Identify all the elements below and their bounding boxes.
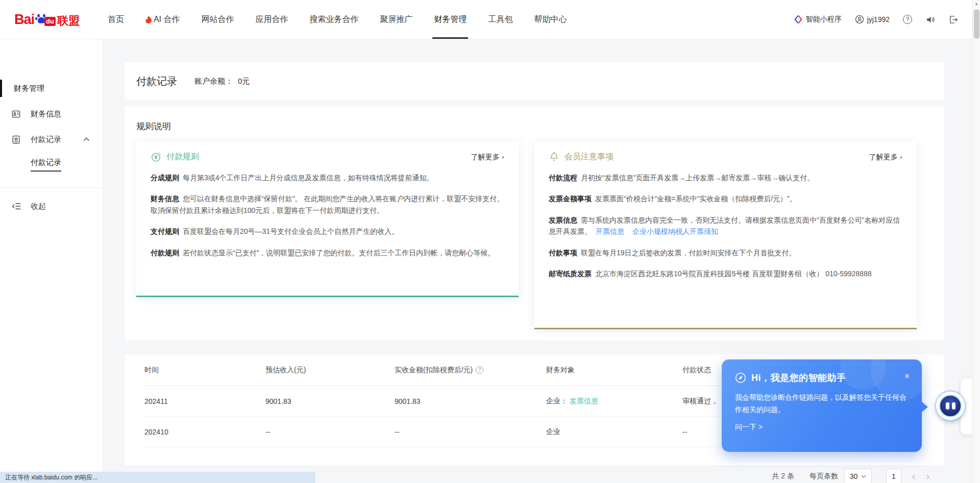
page-number[interactable]: 1 — [886, 469, 901, 483]
chevron-right-icon: › — [900, 153, 902, 161]
column-header-finance-target: 财务对象 — [546, 366, 682, 375]
pagination: 共 2 条 每页条数 30 1 ‹ › — [772, 469, 930, 483]
sidebar-subitem-label: 付款记录 — [31, 158, 61, 172]
nav-item-label: AI 合作 — [154, 14, 180, 25]
rule-item-label: 付款流程 — [549, 174, 577, 182]
rule-item: 付款事项联盟在每月19日之后签收的发票，付款时间安排在下个月首批支付。 — [549, 247, 902, 258]
rules-section-card: 规则说明 付款规则 了解更多 › — [125, 106, 944, 341]
sidebar: 财务管理 财务信息 付款记录 付款记录 — [0, 39, 102, 483]
assistant-title: Hi，我是您的智能助手 — [751, 372, 846, 384]
chevron-up-icon — [83, 137, 90, 141]
sidebar-item-label: 付款记录 — [31, 135, 61, 144]
chevron-right-icon: › — [502, 153, 504, 161]
rule-item: 付款流程月初按“发票信息”页面开具发票→上传发票→邮寄发票→审核→确认支付。 — [549, 172, 902, 183]
browser-status-bar: 正在等待 xlab.baidu.com 的响应... — [0, 472, 315, 483]
balance-label: 账户余额： — [194, 77, 233, 86]
rule-item: 发票金额事项发票票面“价税合计”金额=系统中“实收金额（扣除税费后/元）”。 — [549, 193, 902, 204]
rule-item-label: 分成规则 — [151, 174, 179, 182]
rule-item: 发票信息需与系统内发票信息内容完全一致，否则无法支付。请根据发票信息页面中“百度… — [549, 214, 902, 237]
finance-info-icon — [11, 109, 21, 119]
rule-item-label: 邮寄纸质发票 — [549, 270, 592, 278]
payment-rules-card: 付款规则 了解更多 › 分成规则每月第3或4个工作日产出上月分成信息及发票信息，… — [136, 141, 519, 297]
sidebar-section-finance-management[interactable]: 财务管理 — [0, 78, 102, 99]
nav-item[interactable]: 帮助中心 — [523, 0, 577, 39]
member-notes-title: 会员注意事项 — [565, 152, 614, 162]
sidebar-subitem-payment-records[interactable]: 付款记录 — [0, 155, 102, 174]
nav-item-label: 财务管理 — [434, 14, 467, 25]
vertical-scrollbar[interactable]: ▲ — [972, 0, 980, 483]
column-header-actual-amount: 实收金额(扣除税费后/元) ? — [395, 366, 546, 375]
user-avatar-icon — [855, 15, 864, 24]
rule-item: 邮寄纸质发票北京市海淀区西北旺东路10号院百度科技园5号楼 百度联盟财务组（收）… — [549, 268, 902, 279]
nav-item[interactable]: 聚屏推广 — [369, 0, 423, 39]
scrollbar-thumb[interactable] — [974, 9, 979, 39]
column-header-estimated-income: 预估收入(元) — [265, 366, 395, 375]
invoice-info-link[interactable]: 发票信息 — [570, 397, 598, 405]
robot-face-icon — [939, 395, 962, 417]
payment-rules-title: 付款规则 — [166, 152, 199, 162]
nav-item[interactable]: AI 合作 — [135, 0, 191, 39]
mini-program-link[interactable]: 智能小程序 — [794, 15, 842, 24]
column-header-time: 时间 — [144, 366, 265, 375]
assistant-robot-button[interactable] — [936, 392, 965, 420]
mini-program-icon — [794, 15, 803, 24]
sidebar-item-finance-info[interactable]: 财务信息 — [0, 104, 102, 124]
cell-time: 202410 — [144, 428, 265, 436]
page-size-select[interactable]: 30 — [844, 469, 872, 483]
sidebar-section-label: 财务管理 — [14, 84, 44, 93]
learn-more-link[interactable]: 了解更多 › — [869, 153, 902, 162]
logout-icon[interactable] — [948, 15, 958, 25]
learn-more-link[interactable]: 了解更多 › — [471, 153, 504, 162]
next-page-button[interactable]: › — [926, 471, 930, 481]
invoice-info-link[interactable]: 开票信息 — [596, 227, 624, 235]
rule-item: 财务信息您可以在财务信息中选择“保留付款”。 在此期间您产生的收入将在账户内进行… — [151, 193, 504, 216]
assistant-message: 我会帮助您诊断合作链路问题，以及解答您关于任何合作相关的问题。 — [735, 392, 909, 416]
sidebar-collapse-button[interactable]: 收起 — [0, 196, 102, 216]
invoice-info-link[interactable]: 企业小规模纳税人开票须知 — [632, 227, 718, 235]
collapse-label: 收起 — [31, 202, 46, 211]
prev-page-button[interactable]: ‹ — [912, 471, 916, 481]
cell-finance-target: 企业 — [546, 427, 682, 437]
payment-records-icon — [11, 135, 21, 144]
topbar-right: 智能小程序 jyj1992 ? — [794, 15, 958, 25]
rule-item-label: 发票信息 — [549, 216, 577, 224]
sound-icon[interactable] — [925, 15, 935, 25]
cell-finance-target: 企业：发票信息 — [546, 397, 682, 406]
nav-item[interactable]: 应用合作 — [244, 0, 299, 39]
nav-item-label: 网站合作 — [201, 14, 234, 25]
nav-item[interactable]: 首页 — [97, 0, 135, 39]
coin-yuan-icon — [151, 152, 161, 162]
help-icon[interactable]: ? — [903, 15, 912, 24]
sidebar-item-payment-records[interactable]: 付款记录 — [0, 129, 102, 150]
baidu-union-logo[interactable]: Bai du 联盟 — [14, 12, 80, 27]
nav-item[interactable]: 网站合作 — [190, 0, 244, 39]
nav-item[interactable]: 工具包 — [477, 0, 523, 39]
nav-item-label: 工具包 — [488, 14, 512, 25]
total-count: 共 2 条 — [772, 472, 794, 481]
payment-rules-body: 分成规则每月第3或4个工作日产出上月分成信息及发票信息，如有特殊情况将提前通知。… — [151, 172, 504, 258]
main-nav: 首页 AI 合作 网站合作 应用合作 搜索业务合作 聚屏推广 — [97, 0, 578, 39]
nav-item[interactable]: 财务管理 — [423, 0, 477, 39]
user-menu[interactable]: jyj1992 — [855, 15, 890, 24]
logo-text-du: du — [44, 17, 56, 26]
scroll-up-arrow[interactable]: ▲ — [973, 0, 980, 8]
column-help-icon[interactable]: ? — [476, 366, 483, 374]
page-title: 付款记录 — [136, 75, 177, 88]
rule-item-label: 财务信息 — [151, 195, 179, 203]
nav-item[interactable]: 搜索业务合作 — [299, 0, 369, 39]
chevron-down-icon — [861, 475, 866, 478]
nav-item-label: 首页 — [108, 14, 124, 25]
nav-item-label: 帮助中心 — [534, 14, 567, 25]
close-icon[interactable]: × — [904, 372, 910, 380]
page-size-value: 30 — [850, 472, 858, 480]
rule-item-label: 支付规则 — [151, 227, 179, 235]
top-navigation-bar: Bai du 联盟 首页 AI 合作 网站合作 — [0, 0, 972, 39]
bell-icon — [549, 152, 559, 162]
sidebar-item-label: 财务信息 — [31, 109, 61, 119]
cell-time: 202411 — [144, 397, 265, 405]
nav-item-label: 搜索业务合作 — [309, 14, 358, 25]
nav-item-label: 聚屏推广 — [380, 14, 412, 25]
logo-text-bai: Bai — [14, 13, 34, 27]
ask-now-link[interactable]: 问一下 > — [735, 423, 763, 432]
rules-section-title: 规则说明 — [136, 120, 933, 132]
